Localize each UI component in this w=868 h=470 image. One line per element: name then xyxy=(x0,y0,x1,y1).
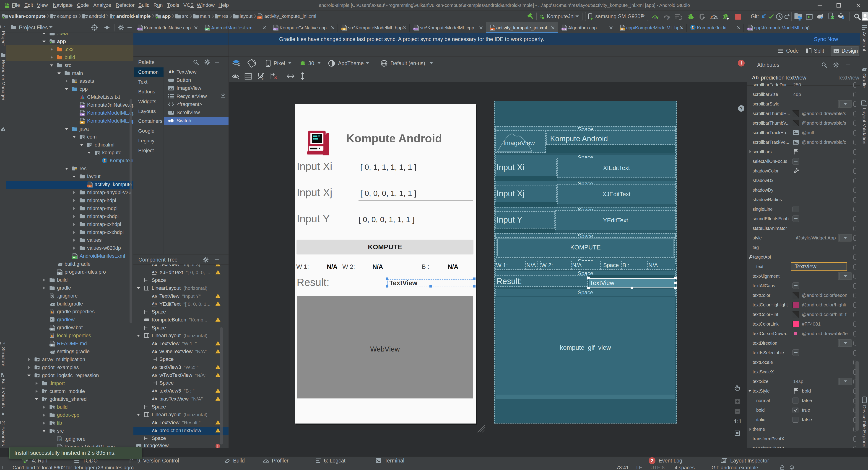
svg-text:MF: MF xyxy=(73,256,76,259)
svg-text:?: ? xyxy=(740,106,743,111)
svg-text:Ab: Ab xyxy=(168,69,174,74)
svg-text:C++: C++ xyxy=(748,28,752,30)
svg-text:≡: ≡ xyxy=(59,272,60,275)
svg-text:H: H xyxy=(621,28,623,30)
svg-text:MF: MF xyxy=(206,28,209,30)
svg-text:C++: C++ xyxy=(562,28,566,30)
svg-text:Ab: Ab xyxy=(152,349,157,354)
svg-text:?: ? xyxy=(59,438,61,441)
svg-text:C++: C++ xyxy=(414,28,418,30)
svg-text:Ab: Ab xyxy=(152,421,157,425)
svg-text:Ab: Ab xyxy=(152,365,157,370)
svg-text:H: H xyxy=(81,121,83,124)
svg-text:Ab: Ab xyxy=(752,75,758,80)
svg-text:b: b xyxy=(262,77,264,80)
svg-text:Ab: Ab xyxy=(152,302,157,306)
svg-text:<>: <> xyxy=(491,28,494,30)
svg-text:Ab: Ab xyxy=(152,389,157,393)
svg-text:Ab: Ab xyxy=(152,429,157,433)
svg-text:C++: C++ xyxy=(138,28,142,30)
svg-text:≡: ≡ xyxy=(51,344,53,346)
svg-text:≡: ≡ xyxy=(51,328,53,330)
svg-text:C++: C++ xyxy=(80,113,84,116)
svg-text:C++: C++ xyxy=(80,105,84,108)
svg-text:<>: <> xyxy=(88,185,91,187)
svg-text:A: A xyxy=(667,17,669,20)
svg-text:Ab: Ab xyxy=(152,341,157,346)
svg-text:Ab: Ab xyxy=(152,265,157,267)
svg-text:H: H xyxy=(343,28,345,30)
svg-text:Ab: Ab xyxy=(152,270,157,274)
svg-text:Ab: Ab xyxy=(152,397,157,401)
svg-text:Ab: Ab xyxy=(152,294,157,298)
svg-text:<>: <> xyxy=(258,16,261,19)
svg-text:Ab: Ab xyxy=(152,373,157,377)
svg-text:C++: C++ xyxy=(274,28,278,30)
